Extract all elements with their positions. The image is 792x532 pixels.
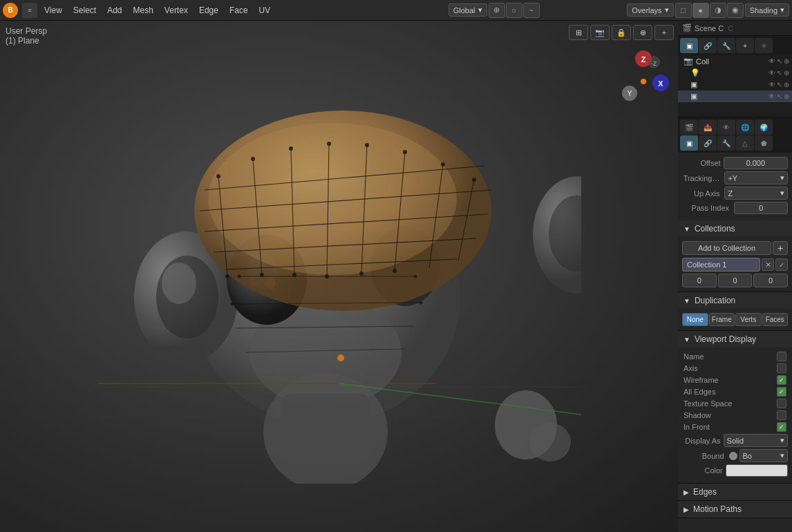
color-swatch[interactable] (726, 464, 788, 477)
tab-physics[interactable]: ⚛ (755, 38, 773, 53)
outliner-row-3[interactable]: ▣ 👁 ↖ ⊕ (678, 79, 792, 91)
motion-paths-section: ▶ Motion Paths (678, 501, 792, 518)
mode-dropdown[interactable]: Global ▾ (449, 3, 487, 17)
bound-label: Bound (682, 452, 727, 460)
motion-paths-title[interactable]: ▶ Motion Paths (678, 501, 792, 517)
wireframe-checkbox[interactable] (777, 375, 786, 385)
dup-verts-btn[interactable]: Verts (735, 313, 762, 326)
lock-icon[interactable]: 🔒 (612, 25, 631, 40)
alledges-checkbox-row: All Edges (682, 387, 788, 397)
tab-scene[interactable]: 🌐 (736, 120, 754, 135)
name-checkbox[interactable] (777, 352, 786, 361)
tracking-label: Tracking… (682, 174, 722, 182)
wireframe-label: Wireframe (683, 376, 719, 384)
axis-checkbox[interactable] (777, 363, 786, 373)
tab-view[interactable]: 👁 (717, 120, 735, 135)
outliner-row3-actions: 👁 ↖ ⊕ (769, 81, 789, 88)
tab-material[interactable]: ⬟ (755, 135, 773, 151)
upaxis-dropdown[interactable]: Z▾ (724, 187, 788, 200)
add-collection-btn[interactable]: Add to Collection (682, 241, 771, 255)
object-label: (1) Plane (6, 36, 47, 46)
dup-frame-btn[interactable]: Frame (709, 313, 735, 326)
blender-logo[interactable]: B (3, 3, 18, 18)
svg-point-46 (251, 157, 255, 161)
shadow-checkbox-row: Shadow (682, 410, 788, 420)
cursor-icon[interactable]: ↖ (777, 57, 782, 65)
svg-point-56 (419, 301, 422, 305)
eye-icon[interactable]: 👁 (769, 57, 775, 65)
outliner-row-actions: 👁 ↖ ⊕ (769, 57, 789, 65)
menu-edge[interactable]: Edge (194, 3, 224, 18)
tab-modifier2[interactable]: 🔧 (717, 135, 735, 151)
tab-modifier[interactable]: 🔧 (717, 38, 735, 53)
props-tabs: 🎬 📤 👁 🌐 🌍 ▣ 🔗 🔧 △ ⬟ (678, 117, 792, 153)
tab-constraint2[interactable]: 🔗 (699, 135, 717, 151)
texturespace-checkbox[interactable] (777, 399, 786, 408)
proportional-icon[interactable]: ○ (506, 3, 522, 18)
tab-data[interactable]: △ (736, 135, 754, 151)
collection1-remove-btn[interactable]: ✕ (762, 258, 774, 271)
displayas-dropdown[interactable]: Solid▾ (724, 434, 788, 447)
render-icon[interactable]: ◉ (727, 3, 744, 18)
properties-panel: 🎬 📤 👁 🌐 🌍 ▣ 🔗 🔧 △ ⬟ Offset 0.000 Trackin… (678, 117, 792, 532)
collections-title[interactable]: ▼ Collections (678, 220, 792, 237)
collection1-val-y[interactable]: 0 (718, 274, 753, 287)
tab-render[interactable]: 🎬 (680, 120, 698, 135)
collection1-val-x[interactable]: 0 (682, 274, 717, 287)
outliner-row-camera[interactable]: 📷 Coll 👁 ↖ ⊕ (678, 55, 792, 67)
alledges-checkbox[interactable] (777, 387, 786, 397)
menu-add[interactable]: Add (102, 3, 127, 18)
collection-plus-btn[interactable]: + (773, 241, 788, 255)
tab-object[interactable]: ▣ (680, 135, 698, 151)
menu-uv[interactable]: UV (254, 3, 276, 18)
collection1-val-z[interactable]: 0 (753, 274, 788, 287)
passindex-value[interactable]: 0 (734, 202, 788, 214)
svg-point-41 (292, 273, 296, 277)
menu-select[interactable]: Select (68, 3, 102, 18)
shadow-checkbox[interactable] (777, 410, 786, 420)
wave-icon[interactable]: ~ (523, 3, 540, 18)
menu-mesh[interactable]: Mesh (128, 3, 159, 18)
svg-point-6 (641, 79, 646, 84)
duplication-title[interactable]: ▼ Duplication (678, 292, 792, 309)
menu-view[interactable]: View (39, 3, 68, 18)
tab-output[interactable]: 📤 (699, 120, 717, 135)
top-bar: B ≡ View Select Add Mesh Vertex Edge Fac… (0, 0, 792, 21)
monkey-svg (97, 83, 581, 484)
menu-face[interactable]: Face (224, 3, 254, 18)
tab-constraint[interactable]: 🔗 (699, 38, 717, 53)
viewport-display-title[interactable]: ▼ Viewport Display (678, 331, 792, 348)
axes-widget[interactable]: Z X Y -Z (616, 48, 671, 104)
edges-title[interactable]: ▶ Edges (678, 484, 792, 500)
plus-icon[interactable]: + (654, 25, 674, 40)
collection1-name[interactable]: Collection 1 (682, 258, 760, 272)
outliner-row4-actions: 👁 ↖ ⊕ (769, 93, 789, 100)
outliner-row-2[interactable]: 💡 👁 ↖ ⊕ (678, 67, 792, 79)
tab-object[interactable]: ▣ (680, 38, 698, 53)
file-icon[interactable]: ≡ (22, 3, 37, 18)
bound-dropdown[interactable]: Bo▾ (739, 449, 789, 462)
menu-vertex[interactable]: Vertex (159, 3, 194, 18)
edges-section: ▶ Edges (678, 484, 792, 501)
shading-dropdown[interactable]: Shading ▾ (745, 3, 789, 17)
overlays-dropdown[interactable]: Overlays ▾ (627, 3, 673, 17)
perspective-icon[interactable]: ⊞ (569, 25, 588, 40)
solid-icon[interactable]: ● (692, 3, 709, 18)
wire-icon[interactable]: □ (675, 3, 692, 18)
tab-world[interactable]: 🌍 (755, 120, 773, 135)
outliner: 🎬 Scene C C ▣ 🔗 🔧 ✦ ⚛ 📷 Coll 👁 ↖ ⊕ (678, 21, 792, 117)
viewport[interactable]: User Persp (1) Plane Z X Y -Z (0, 21, 678, 532)
collection1-check-btn[interactable]: ✓ (775, 258, 788, 271)
dup-none-btn[interactable]: None (682, 313, 708, 326)
tracking-dropdown[interactable]: +Y▾ (724, 171, 788, 184)
outliner-row-4[interactable]: ▣ 👁 ↖ ⊕ (678, 91, 792, 102)
snap-icon[interactable]: ⊕ (489, 3, 505, 18)
infront-checkbox[interactable] (777, 422, 786, 432)
zoom-icon[interactable]: ⊕ (633, 25, 652, 40)
tab-particles[interactable]: ✦ (736, 38, 754, 53)
dup-faces-btn[interactable]: Faces (762, 313, 789, 326)
render-icon[interactable]: ⊕ (784, 57, 789, 65)
camera-icon[interactable]: 📷 (590, 25, 610, 40)
material-icon[interactable]: ◑ (710, 3, 726, 18)
offset-value[interactable]: 0.000 (724, 157, 788, 169)
